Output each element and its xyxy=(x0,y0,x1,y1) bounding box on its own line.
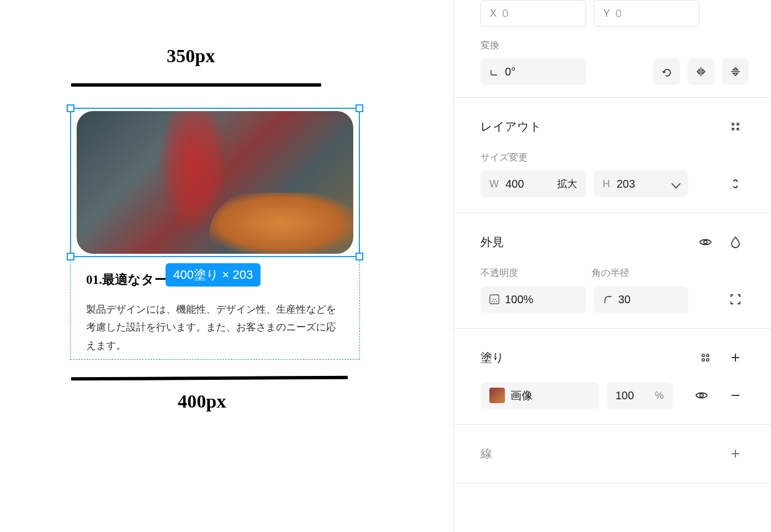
flip-vertical-button[interactable] xyxy=(722,58,749,85)
appearance-section-title: 外見 xyxy=(480,234,504,250)
corner-radius-field[interactable]: 30 xyxy=(594,286,688,313)
height-label: H xyxy=(603,178,610,190)
resize-label: サイズ変更 xyxy=(480,151,771,164)
resize-handle-tr[interactable] xyxy=(356,104,363,112)
collapse-layout-button[interactable] xyxy=(722,113,749,140)
plus-icon xyxy=(730,352,741,363)
angle-icon xyxy=(489,67,499,77)
opacity-field[interactable]: 100% xyxy=(480,286,586,313)
rotate-icon xyxy=(660,66,673,78)
opacity-value: 100% xyxy=(505,293,533,306)
canvas-area[interactable]: 350px 01.最適なターゲット設定 製品デザインには、機能性、デザイン性、生… xyxy=(0,0,453,532)
individual-corners-button[interactable] xyxy=(722,286,749,313)
height-field[interactable]: H 203 xyxy=(594,170,688,197)
svg-point-4 xyxy=(496,301,497,302)
fill-opacity-value: 100 xyxy=(615,389,634,402)
rotation-value: 0° xyxy=(505,66,515,78)
width-label: W xyxy=(489,178,499,190)
corner-icon xyxy=(603,294,613,304)
height-value: 203 xyxy=(617,178,635,190)
stroke-section-title: 線 xyxy=(480,446,492,461)
eye-icon xyxy=(699,237,712,247)
fill-section-title: 塗り xyxy=(480,350,504,365)
resize-handle-br[interactable] xyxy=(356,253,363,260)
resize-handle-tl[interactable] xyxy=(67,104,74,112)
selection-box[interactable] xyxy=(70,108,360,257)
rotation-field[interactable]: 0° xyxy=(480,58,586,85)
svg-point-0 xyxy=(704,240,707,244)
minus-icon xyxy=(730,390,741,401)
rotate-90-button[interactable] xyxy=(653,58,680,85)
position-y-value: 0 xyxy=(615,7,622,20)
corner-radius-value: 30 xyxy=(618,293,630,306)
annotation-top-rule xyxy=(71,83,321,87)
annotation-bottom-label: 400px xyxy=(178,391,226,412)
annotation-bottom-rule xyxy=(71,376,348,381)
collapse-icon xyxy=(730,121,741,132)
fill-type-field[interactable]: 画像 xyxy=(480,382,599,409)
link-broken-icon xyxy=(730,178,740,190)
position-y-label: Y xyxy=(603,8,610,19)
width-value: 400 xyxy=(505,178,524,190)
width-field[interactable]: W 400 拡大 xyxy=(480,170,586,197)
fill-type-label: 画像 xyxy=(510,388,533,403)
position-x-value: 0 xyxy=(502,7,508,20)
flip-horizontal-button[interactable] xyxy=(688,58,714,85)
svg-point-7 xyxy=(702,354,704,357)
grid-dots-icon xyxy=(700,352,711,363)
add-stroke-button[interactable] xyxy=(722,440,749,467)
radius-label: 角の半径 xyxy=(592,267,629,279)
position-y-field[interactable]: Y 0 xyxy=(594,0,699,27)
fill-styles-button[interactable] xyxy=(692,344,719,371)
fill-thumbnail xyxy=(489,388,505,403)
fill-opacity-field[interactable]: 100 % xyxy=(607,382,673,409)
svg-point-8 xyxy=(707,354,709,357)
svg-point-3 xyxy=(494,301,495,302)
inspector-panel: X 0 Y 0 変換 0° xyxy=(453,0,771,532)
svg-point-6 xyxy=(495,299,496,300)
fill-visibility-button[interactable] xyxy=(688,382,714,409)
flip-v-icon xyxy=(729,66,742,78)
position-x-label: X xyxy=(490,8,497,19)
selection-size-badge: 400塗り × 203 xyxy=(166,263,261,287)
svg-point-10 xyxy=(707,359,709,361)
fill-opacity-unit: % xyxy=(655,390,664,401)
plus-icon xyxy=(730,448,741,459)
corners-icon xyxy=(729,293,742,305)
remove-fill-button[interactable] xyxy=(723,382,749,409)
transform-section-label: 変換 xyxy=(480,39,771,52)
add-fill-button[interactable] xyxy=(722,344,749,371)
annotation-top-label: 350px xyxy=(167,46,215,67)
link-dimensions-button[interactable] xyxy=(722,170,749,197)
svg-rect-1 xyxy=(490,295,499,304)
flip-h-icon xyxy=(695,66,707,78)
blend-mode-button[interactable] xyxy=(722,229,749,255)
resize-handle-bl[interactable] xyxy=(67,253,74,260)
layout-section-title: レイアウト xyxy=(480,119,542,134)
visibility-toggle-button[interactable] xyxy=(692,229,719,255)
opacity-icon xyxy=(489,294,499,304)
svg-point-5 xyxy=(493,299,494,300)
droplet-icon xyxy=(730,236,741,248)
width-mode: 拡大 xyxy=(557,177,577,190)
svg-point-11 xyxy=(700,394,703,397)
chevron-down-icon xyxy=(672,179,681,189)
svg-point-2 xyxy=(492,301,493,302)
svg-point-9 xyxy=(702,359,704,361)
position-x-field[interactable]: X 0 xyxy=(480,0,586,27)
eye-icon xyxy=(695,390,708,400)
opacity-label: 不透明度 xyxy=(480,267,518,279)
